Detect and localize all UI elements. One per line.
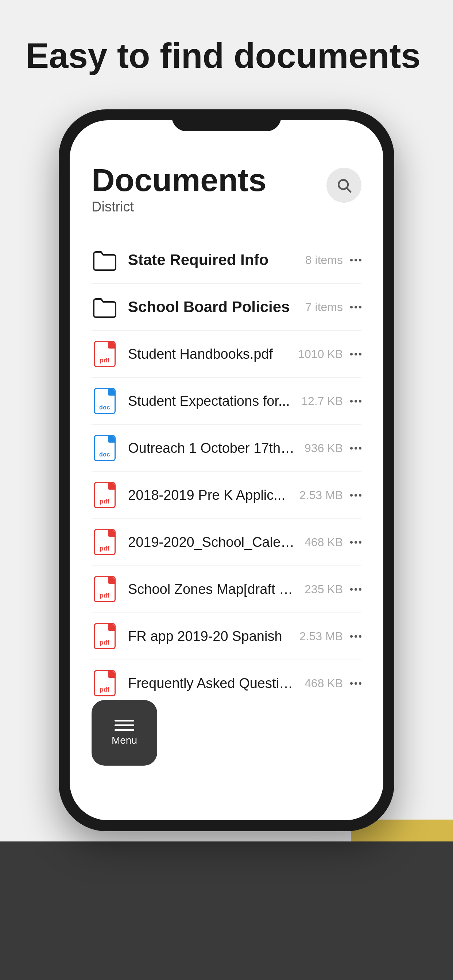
file-meta-4: 468 KB — [305, 536, 343, 549]
file-more-4[interactable] — [350, 541, 362, 544]
pdf-icon-6: pdf — [94, 623, 116, 649]
file-meta-3: 2.53 MB — [300, 488, 343, 502]
doc-subtitle: District — [91, 199, 266, 215]
dark-footer — [0, 842, 453, 980]
phone-notch — [172, 110, 281, 131]
file-name-5: School Zones Map[draft 2]... — [128, 582, 297, 597]
file-more-6[interactable] — [350, 635, 362, 638]
folder-school-board-meta: 7 items — [305, 301, 343, 314]
file-icon-container-0: pdf — [91, 341, 118, 367]
file-name-0: Student Handbooks.pdf — [128, 346, 291, 362]
folder-icon-container — [91, 247, 118, 273]
file-name-4: 2019-2020_School_Calenda... — [128, 535, 297, 550]
folder-school-board-more[interactable] — [350, 306, 362, 309]
file-more-1[interactable] — [350, 400, 362, 402]
folder-state-required-label: State Required Info — [128, 251, 298, 269]
page-headline: Easy to find documents — [26, 37, 421, 75]
file-item-6[interactable]: pdf FR app 2019-20 Spanish 2.53 MB — [91, 613, 362, 660]
file-item-2[interactable]: doc Outreach 1 October 17th.doc 936 KB — [91, 425, 362, 472]
file-more-5[interactable] — [350, 588, 362, 590]
file-name-1: Student Expectations for... — [128, 393, 294, 409]
svg-line-1 — [347, 188, 351, 192]
file-more-7[interactable] — [350, 682, 362, 685]
file-more-2[interactable] — [350, 447, 362, 450]
file-name-3: 2018-2019 Pre K Applic... — [128, 487, 292, 503]
menu-button[interactable]: Menu — [91, 700, 157, 765]
folder-icon — [92, 249, 117, 271]
file-more-0[interactable] — [350, 353, 362, 355]
file-item-1[interactable]: doc Student Expectations for... 12.7 KB — [91, 378, 362, 425]
file-icon-container-1: doc — [91, 388, 118, 414]
file-item-0[interactable]: pdf Student Handbooks.pdf 1010 KB — [91, 331, 362, 378]
folder-state-required-meta: 8 items — [305, 253, 343, 267]
file-meta-2: 936 KB — [305, 442, 343, 455]
doc-list: State Required Info 8 items School Bo — [91, 237, 362, 706]
pdf-icon-7: pdf — [94, 670, 116, 696]
file-name-6: FR app 2019-20 Spanish — [128, 628, 292, 644]
search-icon — [336, 177, 352, 193]
pdf-icon-3: pdf — [94, 482, 116, 508]
pdf-icon-0: pdf — [94, 341, 116, 367]
folder-item-school-board[interactable]: School Board Policies 7 items — [91, 284, 362, 331]
file-icon-container-2: doc — [91, 435, 118, 461]
file-meta-5: 235 KB — [305, 582, 343, 596]
folder-school-board-label: School Board Policies — [128, 298, 298, 316]
file-icon-container-4: pdf — [91, 529, 118, 555]
file-name-2: Outreach 1 October 17th.doc — [128, 441, 297, 456]
doc-title-area: Documents District — [91, 164, 266, 215]
folder-item-state-required[interactable]: State Required Info 8 items — [91, 237, 362, 284]
menu-icon — [115, 720, 134, 731]
pdf-icon-4: pdf — [94, 529, 116, 555]
search-button[interactable] — [327, 168, 362, 203]
file-item-7[interactable]: pdf Frequently Asked Questions... 468 KB — [91, 660, 362, 706]
folder-icon-container-2 — [91, 294, 118, 320]
file-meta-6: 2.53 MB — [300, 630, 343, 643]
doc-icon-2: doc — [94, 435, 116, 461]
doc-header: Documents District — [91, 164, 362, 215]
file-icon-container-3: pdf — [91, 482, 118, 508]
file-name-7: Frequently Asked Questions... — [128, 676, 297, 691]
file-icon-container-6: pdf — [91, 623, 118, 649]
menu-label: Menu — [112, 735, 137, 746]
doc-title: Documents — [91, 164, 266, 196]
file-item-3[interactable]: pdf 2018-2019 Pre K Applic... 2.53 MB — [91, 472, 362, 519]
phone-frame: Documents District — [59, 110, 394, 831]
file-item-4[interactable]: pdf 2019-2020_School_Calenda... 468 KB — [91, 519, 362, 566]
doc-icon-1: doc — [94, 388, 116, 414]
file-item-5[interactable]: pdf School Zones Map[draft 2]... 235 KB — [91, 566, 362, 613]
file-icon-container-5: pdf — [91, 576, 118, 602]
pdf-icon-5: pdf — [94, 576, 116, 602]
file-meta-0: 1010 KB — [298, 347, 343, 361]
folder-icon-2 — [92, 296, 117, 318]
file-icon-container-7: pdf — [91, 670, 118, 696]
file-more-3[interactable] — [350, 494, 362, 496]
file-meta-1: 12.7 KB — [301, 395, 343, 408]
file-meta-7: 468 KB — [305, 677, 343, 690]
folder-state-required-more[interactable] — [350, 259, 362, 261]
